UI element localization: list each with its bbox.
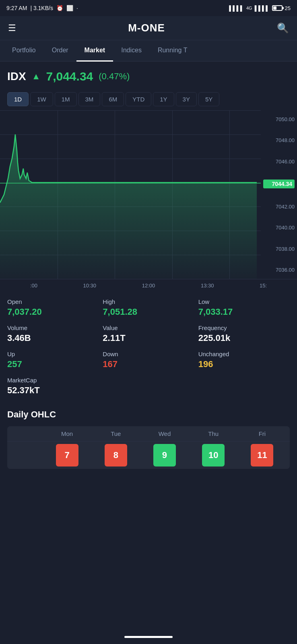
y-label-7050: 7050.00	[263, 116, 295, 122]
stat-frequency-value: 225.01k	[198, 333, 290, 343]
ohlc-header-tue: Tue	[91, 430, 140, 437]
stats-grid: Open 7,037.20 High 7,051.28 Low 7,033.17…	[7, 298, 290, 396]
x-label-1330: 13:30	[201, 283, 214, 289]
ohlc-date-row: 7 8 9 10 11	[7, 442, 290, 469]
status-alarm-icon: ⏰	[56, 5, 63, 11]
stat-unchanged-value: 196	[198, 359, 290, 369]
y-label-7042: 7042.00	[263, 204, 295, 210]
signal-icon-2: ▌▌▌▌	[255, 5, 270, 11]
ohlc-date-empty	[10, 444, 43, 466]
stat-up: Up 257	[7, 351, 99, 369]
ohlc-header-mon: Mon	[43, 430, 91, 437]
stat-low-label: Low	[198, 298, 290, 305]
bottom-nav	[0, 630, 297, 644]
status-network: | 3.1KB/s	[30, 5, 53, 11]
y-label-7036: 7036.00	[263, 267, 295, 273]
x-label-start: :00	[30, 283, 37, 289]
period-5y[interactable]: 5Y	[198, 92, 219, 106]
stat-value-label: Value	[103, 324, 194, 331]
stat-up-label: Up	[7, 351, 99, 357]
stat-open-label: Open	[7, 298, 99, 305]
stat-volume-label: Volume	[7, 324, 99, 331]
ohlc-header-empty	[10, 430, 43, 437]
stat-marketcap-value: 52.37kT	[7, 385, 194, 396]
stat-open-value: 7,037.20	[7, 307, 99, 317]
x-axis: :00 10:30 12:00 13:30 15:	[0, 279, 297, 292]
ohlc-header-fri: Fri	[238, 430, 287, 437]
search-icon[interactable]: 🔍	[277, 23, 289, 34]
idx-value: 7,044.34	[46, 70, 93, 83]
ohlc-date-9[interactable]: 9	[140, 444, 189, 466]
battery-icon	[272, 5, 283, 11]
tab-running[interactable]: Running T	[150, 40, 196, 62]
idx-arrow: ▲	[32, 71, 41, 82]
chart-container: 7050.00 7048.00 7046.00 7044.34 7042.00 …	[0, 110, 297, 279]
stat-value-value: 2.11T	[103, 333, 194, 343]
stat-unchanged-label: Unchanged	[198, 351, 290, 357]
stat-low-value: 7,033.17	[198, 307, 290, 317]
chart-y-axis: 7050.00 7048.00 7046.00 7044.34 7042.00 …	[261, 110, 297, 279]
period-1d[interactable]: 1D	[7, 92, 29, 106]
period-1w[interactable]: 1W	[30, 92, 53, 106]
idx-label: IDX	[7, 70, 26, 83]
ohlc-date-8[interactable]: 8	[91, 444, 140, 466]
stat-high: High 7,051.28	[103, 298, 194, 317]
period-3m[interactable]: 3M	[78, 92, 101, 106]
ohlc-title: Daily OHLC	[7, 409, 290, 420]
nav-tabs: Portfolio Order Market Indices Running T	[0, 40, 297, 62]
tab-market[interactable]: Market	[76, 40, 113, 62]
period-6m[interactable]: 6M	[102, 92, 124, 106]
ohlc-date-11[interactable]: 11	[238, 444, 287, 466]
battery-level: 25	[285, 5, 291, 11]
stats-section: Open 7,037.20 High 7,051.28 Low 7,033.17…	[0, 292, 297, 402]
stat-volume: Volume 3.46B	[7, 324, 99, 343]
status-left: 9:27 AM | 3.1KB/s ⏰ ⬜ ·	[6, 5, 78, 11]
stat-high-label: High	[103, 298, 194, 305]
ohlc-table: Mon Tue Wed Thu Fri 7 8 9 10 11	[7, 426, 290, 469]
network-type: 4G	[246, 6, 252, 10]
period-ytd[interactable]: YTD	[126, 92, 151, 106]
status-dot: ·	[76, 5, 78, 11]
tab-indices[interactable]: Indices	[113, 40, 150, 62]
idx-header: IDX ▲ 7,044.34 (0.47%)	[0, 62, 297, 88]
tab-portfolio[interactable]: Portfolio	[4, 40, 44, 62]
x-label-15: 15:	[260, 283, 267, 289]
stat-marketcap: MarketCap 52.37kT	[7, 377, 194, 396]
stat-value: Value 2.11T	[103, 324, 194, 343]
period-3y[interactable]: 3Y	[176, 92, 197, 106]
stat-down: Down 167	[103, 351, 194, 369]
y-label-7040: 7040.00	[263, 225, 295, 231]
y-label-7048: 7048.00	[263, 137, 295, 143]
app-title: M-ONE	[128, 22, 165, 34]
home-indicator	[124, 636, 173, 638]
status-right: ▌▌▌▌ 4G ▌▌▌▌ 25	[229, 5, 291, 11]
app-header: ☰ M-ONE 🔍	[0, 16, 297, 40]
date-badge-11[interactable]: 11	[251, 444, 273, 466]
stat-unchanged: Unchanged 196	[198, 351, 290, 369]
chart-area	[0, 110, 261, 279]
date-badge-7[interactable]: 7	[56, 444, 78, 466]
y-label-current: 7044.34	[263, 180, 295, 188]
idx-percent: (0.47%)	[99, 71, 130, 82]
date-badge-9[interactable]: 9	[153, 444, 176, 466]
status-stop-icon: ⬜	[66, 5, 73, 11]
tab-order[interactable]: Order	[44, 40, 76, 62]
period-selector: 1D 1W 1M 3M 6M YTD 1Y 3Y 5Y	[0, 88, 297, 110]
ohlc-header-thu: Thu	[189, 430, 238, 437]
ohlc-date-7[interactable]: 7	[43, 444, 91, 466]
stat-volume-value: 3.46B	[7, 333, 99, 343]
ohlc-header-wed: Wed	[140, 430, 189, 437]
stat-frequency-label: Frequency	[198, 324, 290, 331]
chart-fill	[0, 134, 257, 279]
period-1m[interactable]: 1M	[55, 92, 77, 106]
hamburger-icon[interactable]: ☰	[8, 23, 16, 33]
date-badge-8[interactable]: 8	[105, 444, 127, 466]
y-label-7046: 7046.00	[263, 159, 295, 165]
period-1y[interactable]: 1Y	[153, 92, 174, 106]
date-badge-10[interactable]: 10	[202, 444, 225, 466]
ohlc-date-10[interactable]: 10	[189, 444, 238, 466]
stat-down-value: 167	[103, 359, 194, 369]
status-time: 9:27 AM	[6, 5, 27, 11]
status-bar: 9:27 AM | 3.1KB/s ⏰ ⬜ · ▌▌▌▌ 4G ▌▌▌▌ 25	[0, 0, 297, 16]
stat-open: Open 7,037.20	[7, 298, 99, 317]
